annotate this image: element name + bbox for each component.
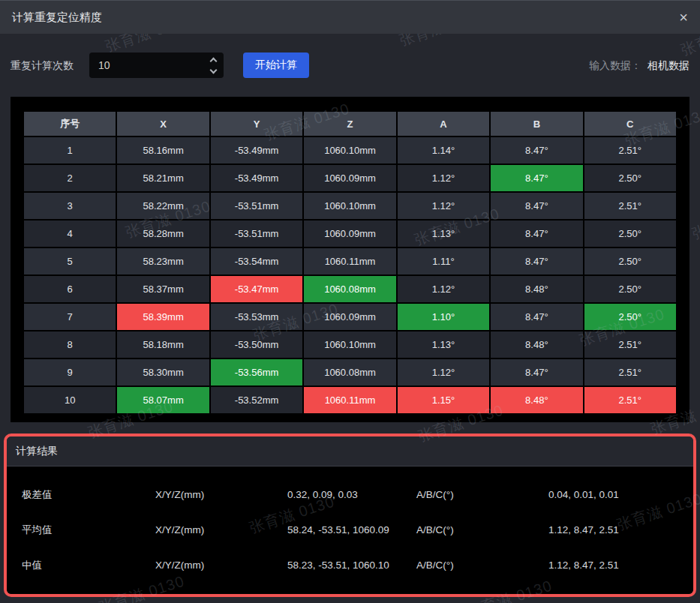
abc-unit: A/B/C(°): [416, 489, 548, 500]
table-cell-y: -53.54mm: [211, 248, 302, 274]
increment-icon[interactable]: [210, 57, 218, 64]
table-cell-z: 1060.10mm: [304, 332, 395, 358]
start-calculation-button[interactable]: 开始计算: [243, 52, 309, 78]
result-label: 平均值: [22, 524, 155, 537]
table-cell-b: 8.47°: [491, 193, 582, 219]
table-cell-y: -53.52mm: [211, 387, 302, 413]
column-header-x: X: [117, 112, 209, 136]
table-cell-index: 3: [24, 193, 116, 219]
xyz-values: 58.23, -53.51, 1060.10: [287, 560, 416, 571]
results-header: 计算结果: [7, 436, 693, 466]
table-cell-y: -53.51mm: [211, 193, 302, 219]
table-cell-index: 5: [24, 248, 116, 274]
abc-values: 1.12, 8.47, 2.51: [548, 524, 693, 536]
result-label: 中值: [22, 559, 155, 572]
table-cell-a: 1.12°: [398, 193, 489, 219]
table-cell-x: 58.16mm: [117, 137, 209, 164]
table-cell-x: 58.23mm: [117, 248, 209, 274]
table-cell-c: 2.50°: [584, 220, 676, 247]
column-header-index: 序号: [24, 112, 116, 136]
dialog-title: 计算重复定位精度: [12, 10, 102, 25]
table-cell-y: -53.51mm: [211, 220, 302, 247]
table-cell-b: 8.48°: [491, 332, 582, 358]
table-cell-y: -53.49mm: [211, 137, 302, 164]
repeat-count-value: 10: [98, 59, 110, 71]
table-cell-x: 58.18mm: [117, 332, 209, 358]
watermark-text: 张育滋 0130: [689, 197, 700, 244]
column-header-y: Y: [211, 112, 302, 136]
table-cell-index: 2: [24, 165, 116, 191]
input-data-value: 相机数据: [647, 59, 689, 71]
results-annotation-box: 计算结果 极差值X/Y/Z(mm)0.32, 0.09, 0.03A/B/C(°…: [4, 434, 696, 597]
table-cell-z: 1060.08mm: [304, 276, 395, 302]
column-header-a: A: [398, 112, 489, 136]
result-row: 平均值X/Y/Z(mm)58.24, -53.51, 1060.09A/B/C(…: [7, 512, 693, 548]
xyz-unit: X/Y/Z(mm): [155, 489, 287, 500]
xyz-unit: X/Y/Z(mm): [155, 560, 287, 571]
column-header-b: B: [491, 112, 582, 136]
table-cell-y: -53.50mm: [211, 332, 302, 358]
spinner-buttons: [211, 58, 216, 73]
results-title: 计算结果: [16, 445, 58, 458]
table-cell-a: 1.13°: [398, 332, 489, 358]
table-cell-y: -53.53mm: [211, 304, 302, 330]
dialog-titlebar: 计算重复定位精度 ×: [0, 1, 700, 34]
abc-unit: A/B/C(°): [416, 560, 548, 571]
result-row: 极差值X/Y/Z(mm)0.32, 0.09, 0.03A/B/C(°)0.04…: [7, 477, 693, 512]
table-cell-b: 8.48°: [491, 276, 582, 302]
table-cell-c: 2.51°: [584, 332, 676, 358]
table-cell-a: 1.12°: [398, 276, 489, 302]
table-cell-index: 4: [24, 220, 116, 247]
table-cell-z: 1060.11mm: [304, 387, 395, 413]
table-cell-z: 1060.11mm: [304, 248, 395, 274]
abc-unit: A/B/C(°): [416, 524, 548, 536]
close-icon[interactable]: ×: [679, 10, 688, 25]
table-cell-y: -53.49mm: [211, 165, 302, 191]
table-cell-a: 1.12°: [398, 165, 489, 191]
table-cell-c: 2.51°: [584, 359, 676, 386]
decrement-icon[interactable]: [210, 66, 218, 74]
table-cell-x: 58.22mm: [117, 193, 209, 219]
table-cell-index: 6: [24, 276, 116, 302]
column-header-c: C: [584, 112, 676, 136]
table-cell-a: 1.13°: [398, 220, 489, 247]
table-cell-a: 1.10°: [398, 304, 489, 330]
xyz-values: 0.32, 0.09, 0.03: [287, 489, 416, 500]
table-cell-index: 8: [24, 332, 116, 358]
xyz-values: 58.24, -53.51, 1060.09: [287, 524, 416, 536]
table-cell-b: 8.47°: [491, 304, 582, 330]
table-cell-b: 8.47°: [491, 165, 582, 191]
table-cell-z: 1060.09mm: [304, 165, 395, 191]
table-cell-c: 2.50°: [584, 276, 676, 302]
table-cell-c: 2.50°: [584, 304, 676, 330]
repeat-count-input[interactable]: 10: [89, 52, 224, 78]
table-cell-z: 1060.10mm: [304, 137, 395, 164]
table-cell-x: 58.30mm: [117, 359, 209, 386]
calc-repeat-accuracy-dialog: 计算重复定位精度 × 重复计算次数 10 开始计算 输入数据：相机数据 序号XY…: [0, 0, 700, 603]
table-cell-x: 58.28mm: [117, 220, 209, 247]
measurements-table-panel: 序号XYZABC158.16mm-53.49mm1060.10mm1.14°8.…: [11, 97, 689, 422]
table-cell-z: 1060.09mm: [304, 220, 395, 247]
table-cell-b: 8.47°: [491, 359, 582, 386]
table-cell-c: 2.51°: [584, 193, 676, 219]
table-cell-x: 58.21mm: [117, 165, 209, 191]
table-cell-x: 58.07mm: [117, 387, 209, 413]
table-cell-b: 8.47°: [491, 248, 582, 274]
table-cell-b: 8.48°: [491, 387, 582, 413]
table-cell-z: 1060.10mm: [304, 193, 395, 219]
table-cell-x: 58.37mm: [117, 276, 209, 302]
table-cell-a: 1.15°: [398, 387, 489, 413]
table-cell-c: 2.51°: [584, 137, 676, 164]
table-cell-index: 9: [24, 359, 116, 386]
table-cell-a: 1.12°: [398, 359, 489, 386]
table-cell-y: -53.47mm: [211, 276, 302, 302]
result-row: 中值X/Y/Z(mm)58.23, -53.51, 1060.10A/B/C(°…: [7, 548, 693, 583]
abc-values: 1.12, 8.47, 2.51: [548, 560, 693, 571]
table-cell-a: 1.11°: [398, 248, 489, 274]
table-cell-x: 58.39mm: [117, 304, 209, 330]
table-cell-z: 1060.09mm: [304, 304, 395, 330]
table-cell-y: -53.56mm: [211, 359, 302, 386]
table-cell-index: 1: [24, 137, 116, 164]
input-data-info: 输入数据：相机数据: [589, 52, 689, 78]
abc-values: 0.04, 0.01, 0.01: [548, 489, 693, 500]
